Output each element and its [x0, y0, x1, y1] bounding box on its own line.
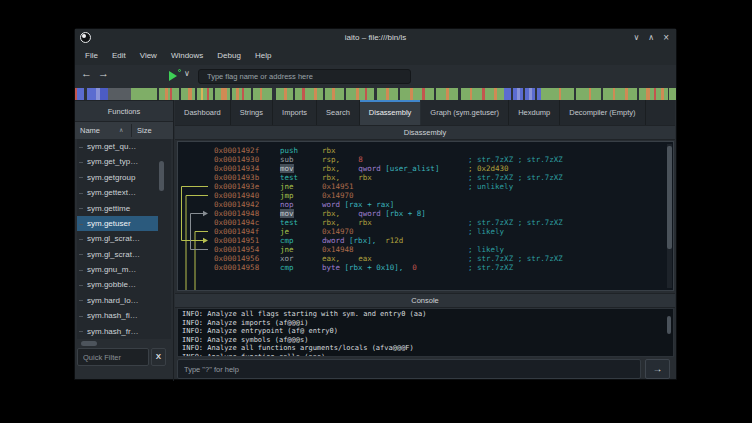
disasm-comment: ; likely: [468, 227, 504, 236]
tab-search[interactable]: Search: [317, 100, 360, 125]
tab-strings[interactable]: Strings: [231, 100, 273, 125]
console-dock-title[interactable]: Console: [175, 293, 675, 308]
function-row[interactable]: sym.getuser: [77, 216, 158, 231]
forward-button[interactable]: →: [98, 67, 109, 79]
disasm-comment: ; likely: [468, 245, 504, 254]
disasm-row[interactable]: 0x00014942nopword [rax + rax]: [178, 200, 673, 209]
column-header-name[interactable]: Name: [80, 122, 100, 139]
menu-item-file[interactable]: File: [78, 47, 105, 65]
disasm-address: 0x00014956: [214, 254, 280, 263]
tab-graph-sym-getuser[interactable]: Graph (sym.getuser): [421, 100, 509, 125]
disasm-row[interactable]: 0x0001492fpushrbx: [178, 146, 673, 155]
memory-segment: [221, 88, 227, 100]
tab-hexdump[interactable]: Hexdump: [509, 100, 560, 125]
function-row[interactable]: sym.gobble…: [77, 277, 158, 292]
disasm-row[interactable]: 0x00014948movrbx, qword [rbx + 8]: [178, 209, 673, 218]
column-header-size[interactable]: Size: [137, 122, 152, 139]
memory-map-strip[interactable]: [75, 88, 676, 100]
menu-item-edit[interactable]: Edit: [105, 47, 133, 65]
function-row[interactable]: sym.hash_fi…: [77, 308, 158, 323]
disassembly-dock-title[interactable]: Disassembly: [175, 125, 675, 140]
console-line: INFO: Analyze all flags starting with sy…: [182, 310, 673, 319]
memory-segment: [494, 88, 496, 100]
disasm-row[interactable]: 0x00014930subrsp, 8; str.7zXZ ; str.7zXZ: [178, 155, 673, 164]
close-button[interactable]: ×: [663, 29, 669, 47]
disasm-mnemonic: xor: [280, 254, 322, 263]
disasm-mnemonic: mov: [280, 209, 322, 218]
disasm-row[interactable]: 0x0001494ctestrbx, rbx; str.7zXZ ; str.7…: [178, 218, 673, 227]
minimize-button[interactable]: ∨: [633, 29, 639, 47]
memory-segment: [100, 88, 108, 100]
main-tab-bar: DashboardStringsImportsSearchDisassembly…: [175, 100, 675, 125]
memory-segment: [195, 88, 197, 100]
function-row[interactable]: sym.gl_scrat…: [77, 247, 158, 262]
menu-item-windows[interactable]: Windows: [164, 47, 210, 65]
disasm-row[interactable]: 0x00014940jmp0x14970: [178, 191, 673, 200]
console-submit-button[interactable]: →: [645, 359, 670, 379]
disasm-mnemonic: cmp: [280, 236, 322, 245]
memory-segment: [517, 88, 519, 100]
console-line: INFO: Analyze imports (af@@@i): [182, 319, 673, 328]
tab-disassembly[interactable]: Disassembly: [360, 100, 422, 125]
disasm-mnemonic: sub: [280, 155, 322, 164]
disassembly-scrollbar[interactable]: [667, 146, 672, 249]
disasm-operands: eax, eax: [322, 254, 372, 263]
console-line: INFO: Analyze entrypoint (af@ entry0): [182, 327, 673, 336]
functions-vertical-scrollbar[interactable]: [159, 161, 164, 191]
console-line: INFO: Analyze symbols (af@@@s): [182, 336, 673, 345]
disasm-row[interactable]: 0x0001494fje0x14970; likely: [178, 227, 673, 236]
menu-item-help[interactable]: Help: [248, 47, 278, 65]
menu-item-debug[interactable]: Debug: [210, 47, 248, 65]
functions-horizontal-scrollbar[interactable]: [81, 341, 97, 346]
disasm-row[interactable]: 0x00014954jne0x14948; likely: [178, 245, 673, 254]
disasm-row[interactable]: 0x00014951cmpdword [rbx], r12d: [178, 236, 673, 245]
tab-imports[interactable]: Imports: [273, 100, 317, 125]
disassembly-view[interactable]: 0x0001492fpushrbx0x00014930subrsp, 8; st…: [177, 141, 674, 291]
memory-segment: [165, 88, 168, 100]
memory-segment: [559, 88, 561, 100]
disasm-operands: 0x14970: [322, 191, 354, 200]
back-button[interactable]: ←: [81, 67, 92, 79]
disasm-address: 0x0001493b: [214, 173, 280, 182]
disasm-address: 0x0001494c: [214, 218, 280, 227]
tab-decompiler-empty[interactable]: Decompiler (Empty): [560, 100, 645, 125]
menu-bar: FileEditViewWindowsDebugHelp: [75, 47, 676, 65]
menu-item-view[interactable]: View: [133, 47, 164, 65]
function-row[interactable]: sym.gettext…: [77, 185, 158, 200]
console-scrollbar[interactable]: [667, 316, 671, 334]
functions-table-header[interactable]: Name ∧ Size: [75, 122, 173, 139]
continue-dropdown-icon[interactable]: ∨: [184, 69, 190, 78]
function-row[interactable]: sym.gettime: [77, 201, 158, 216]
function-row[interactable]: sym.get_qu…: [77, 139, 158, 154]
function-row[interactable]: sym.getgroup: [77, 170, 158, 185]
functions-panel-title[interactable]: Functions: [75, 100, 173, 122]
disasm-row[interactable]: 0x0001493ejne0x14951; unlikely: [178, 182, 673, 191]
clear-filter-button[interactable]: X: [151, 348, 166, 366]
panel-divider[interactable]: [173, 100, 174, 381]
memory-segment: [87, 88, 96, 100]
disasm-row[interactable]: 0x00014934movrbx, qword [user_alist]; 0x…: [178, 164, 673, 173]
disasm-mnemonic: je: [280, 227, 322, 236]
disasm-row[interactable]: 0x0001493btestrbx, rbx; str.7zXZ ; str.7…: [178, 173, 673, 182]
disasm-row[interactable]: 0x00014956xoreax, eax; str.7zXZ ; str.7z…: [178, 254, 673, 263]
continue-button[interactable]: [169, 71, 177, 81]
disasm-comment: ; str.7zXZ: [468, 263, 513, 272]
console-input[interactable]: [177, 359, 641, 379]
omnibar-input[interactable]: [198, 69, 411, 84]
disasm-operands: rbx, rbx: [322, 173, 372, 182]
quick-filter-input[interactable]: [77, 348, 149, 366]
maximize-button[interactable]: ∧: [648, 29, 654, 47]
function-row[interactable]: sym.gnu_m…: [77, 262, 158, 277]
function-row[interactable]: sym.hash_fr…: [77, 324, 158, 339]
memory-segment: [272, 88, 276, 100]
memory-segment: [374, 88, 376, 100]
memory-segment: [654, 88, 656, 100]
disasm-operands: rsp, 8: [322, 155, 363, 164]
disasm-row[interactable]: 0x00014958cmpbyte [rbx + 0x10], 0; str.7…: [178, 263, 673, 272]
tab-dashboard[interactable]: Dashboard: [175, 100, 231, 125]
function-row[interactable]: sym.get_typ…: [77, 154, 158, 169]
function-row[interactable]: sym.hard_lo…: [77, 293, 158, 308]
title-bar[interactable]: iaito – file:///bin/ls ∨ ∧ ×: [75, 29, 676, 47]
function-row[interactable]: sym.gl_scrat…: [77, 231, 158, 246]
disasm-address: 0x00014954: [214, 245, 280, 254]
